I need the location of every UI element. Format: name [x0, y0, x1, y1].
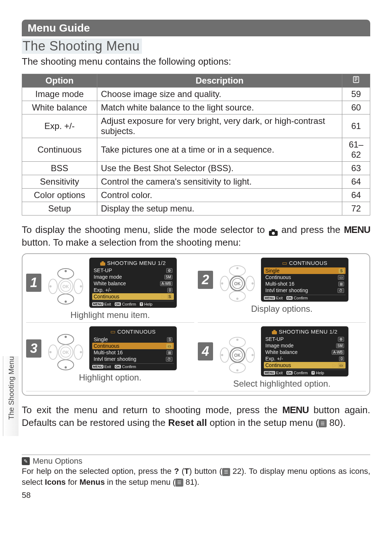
col-option: Option	[22, 74, 97, 88]
svg-point-29	[65, 336, 67, 338]
lcd-menu-item: White balance A-WB	[264, 349, 346, 355]
page-number: 58	[22, 491, 370, 500]
step-number: 2	[198, 271, 213, 289]
svg-point-42	[236, 369, 238, 371]
step-cell: 2 OK ▭ CONTINUOUS Single S Continuous ▭ …	[198, 258, 366, 323]
dpad-icon: OK	[46, 327, 86, 370]
menu-guide-heading: Menu Guide	[22, 20, 370, 36]
svg-text:OK: OK	[62, 284, 69, 289]
option-description: Match white balance to the light source.	[97, 101, 342, 114]
lcd-screen: ▭ CONTINUOUS Single S Continuous ▭ Multi…	[261, 258, 348, 302]
svg-rect-16	[102, 261, 104, 263]
camera-mode-icon	[269, 227, 278, 234]
dpad-icon: OK	[217, 258, 257, 302]
col-page-ref-icon	[342, 74, 370, 88]
lcd-menu-item: Single S	[264, 267, 346, 274]
lcd-screen: ▭ CONTINUOUS Single S Continuous ▭ Multi…	[89, 326, 177, 370]
svg-point-33	[49, 351, 52, 353]
svg-point-46	[252, 354, 254, 356]
table-row: BSSUse the Best Shot Selector (BSS).63	[22, 162, 370, 175]
option-page: 72	[342, 202, 370, 215]
lcd-menu-item: White balance A-WB	[92, 280, 174, 287]
instruction-paragraph-1: To display the shooting menu, slide the …	[22, 223, 370, 249]
lcd-menu-item: Multi-shot 16 ⊞	[264, 281, 346, 287]
option-name: Image mode	[22, 88, 97, 101]
dpad-icon: OK	[217, 330, 257, 373]
svg-rect-51	[273, 330, 275, 331]
page-ref-icon: ☰	[222, 468, 230, 476]
step-cell: 1 OK SHOOTING MENU 1/2 SET-UP ⚙ Image mo…	[26, 258, 194, 323]
step-cell: 4 OK SHOOTING MENU 1/2 SET-UP ⚙ Image mo…	[198, 326, 366, 391]
lcd-screen: SHOOTING MENU 1/2 SET-UP ⚙ Image mode 5M…	[261, 326, 348, 376]
lcd-menu-item: Single S	[92, 336, 174, 343]
lcd-menu-item: Multi-shot 16 ⊞	[92, 349, 174, 356]
svg-point-24	[252, 282, 254, 285]
section-intro: The shooting menu contains the following…	[22, 56, 370, 67]
option-name: White balance	[22, 101, 97, 114]
option-description: Control the camera's sensitivity to ligh…	[97, 175, 342, 189]
option-name: Color options	[22, 189, 97, 202]
table-row: Exp. +/-Adjust exposure for very bright,…	[22, 114, 370, 138]
svg-point-3	[272, 232, 275, 235]
option-name: Exp. +/-	[22, 114, 97, 138]
option-page: 61–62	[342, 138, 370, 162]
svg-point-31	[65, 366, 67, 368]
section-title: The Shooting Menu	[22, 39, 142, 54]
lcd-menu-item: Continuous ▷S	[92, 293, 174, 300]
option-description: Control color.	[97, 189, 342, 202]
step-caption: Highlight option.	[26, 372, 194, 383]
svg-text:OK: OK	[234, 281, 241, 286]
svg-text:OK: OK	[234, 353, 241, 358]
tip-body: For help on the selected option, press t…	[22, 466, 370, 487]
option-description: Display the setup menu.	[97, 202, 342, 215]
steps-grid: 1 OK SHOOTING MENU 1/2 SET-UP ⚙ Image mo…	[22, 253, 370, 396]
step-cell: 3 OK ▭ CONTINUOUS Single S Continuous ▭ …	[26, 326, 194, 391]
svg-point-20	[236, 298, 238, 300]
svg-point-18	[236, 267, 238, 269]
option-page: 59	[342, 88, 370, 101]
step-number: 1	[26, 274, 41, 292]
svg-rect-2	[271, 229, 275, 231]
lcd-menu-item: SET-UP ⚙	[264, 336, 346, 342]
tip-heading: ✎ Menu Options	[22, 455, 370, 466]
menu-button-label: MENU	[344, 224, 370, 235]
svg-point-5	[65, 270, 67, 272]
step-number: 3	[26, 339, 41, 358]
lcd-menu-item: Image mode 5M	[92, 274, 174, 280]
lcd-screen: SHOOTING MENU 1/2 SET-UP ⚙ Image mode 5M…	[89, 258, 177, 308]
option-description: Choose image size and quality.	[97, 88, 342, 101]
side-tab-label: The Shooting Menu	[3, 356, 19, 436]
dpad-icon: OK	[46, 261, 86, 305]
lcd-menu-item: Intvl timer shooting ⏱	[92, 356, 174, 362]
option-page: 64	[342, 189, 370, 202]
option-page: 64	[342, 175, 370, 189]
options-table: Option Description Image modeChoose imag…	[22, 74, 370, 215]
option-name: Setup	[22, 202, 97, 215]
page-ref-icon: ☰	[319, 419, 327, 427]
option-page: 63	[342, 162, 370, 175]
svg-rect-50	[272, 331, 277, 334]
step-caption: Display options.	[198, 304, 366, 314]
svg-point-44	[221, 354, 223, 356]
lcd-menu-item: Continuous ▷▭	[264, 362, 346, 368]
lcd-menu-item: Continuous ▭	[264, 274, 346, 281]
table-row: Image modeChoose image size and quality.…	[22, 88, 370, 101]
svg-text:OK: OK	[62, 350, 69, 355]
instruction-paragraph-2: To exit the menu and return to shooting …	[22, 404, 370, 429]
lcd-menu-item: SET-UP ⚙	[92, 267, 174, 274]
option-description: Adjust exposure for very bright, very da…	[97, 114, 342, 138]
option-name: BSS	[22, 162, 97, 175]
table-row: SensitivityControl the camera's sensitiv…	[22, 175, 370, 189]
page-ref-icon: ☰	[175, 479, 183, 487]
table-row: White balanceMatch white balance to the …	[22, 101, 370, 114]
option-page: 61	[342, 114, 370, 138]
tip-icon: ✎	[22, 457, 30, 465]
step-caption: Select highlighted option.	[198, 379, 366, 389]
table-row: Color optionsControl color.64	[22, 189, 370, 202]
option-name: Continuous	[22, 138, 97, 162]
svg-point-9	[49, 285, 52, 287]
option-description: Take pictures one at a time or in a sequ…	[97, 138, 342, 162]
step-number: 4	[198, 342, 213, 360]
col-description: Description	[97, 74, 342, 88]
option-page: 60	[342, 101, 370, 114]
